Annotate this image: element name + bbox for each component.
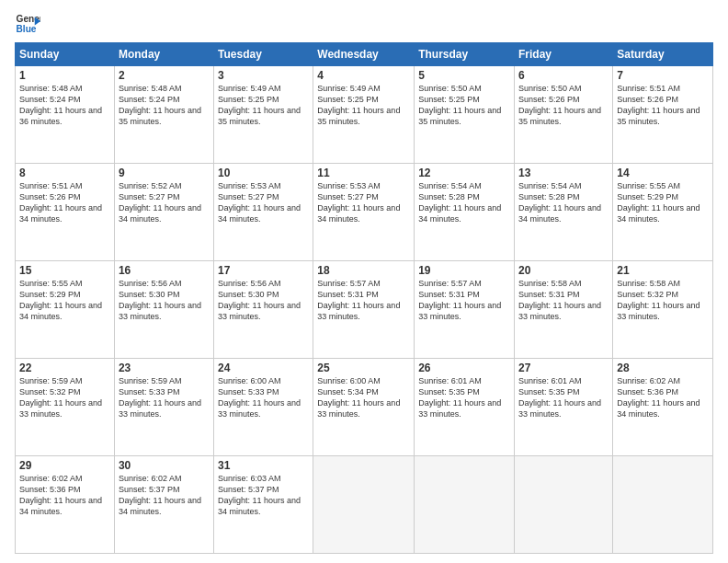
day-number: 21 xyxy=(617,264,709,277)
day-number: 16 xyxy=(119,264,210,277)
day-number: 12 xyxy=(418,167,510,179)
day-cell: 21 Sunrise: 5:58 AMSunset: 5:32 PMDaylig… xyxy=(613,261,713,359)
day-info: Sunrise: 5:59 AMSunset: 5:32 PMDaylight:… xyxy=(19,376,102,419)
day-cell: 24 Sunrise: 6:00 AMSunset: 5:33 PMDaylig… xyxy=(214,359,313,456)
day-number: 31 xyxy=(218,459,309,472)
day-cell: 11 Sunrise: 5:53 AMSunset: 5:27 PMDaylig… xyxy=(313,164,415,261)
day-number: 26 xyxy=(418,362,510,374)
svg-text:Blue: Blue xyxy=(17,24,37,34)
day-number: 10 xyxy=(218,167,309,179)
logo-icon: General Blue xyxy=(15,11,40,37)
day-cell: 3 Sunrise: 5:49 AMSunset: 5:25 PMDayligh… xyxy=(214,66,313,164)
day-cell: 22 Sunrise: 5:59 AMSunset: 5:32 PMDaylig… xyxy=(16,359,115,456)
day-number: 7 xyxy=(617,69,709,82)
day-info: Sunrise: 5:54 AMSunset: 5:28 PMDaylight:… xyxy=(518,181,601,224)
day-info: Sunrise: 6:01 AMSunset: 5:35 PMDaylight:… xyxy=(518,376,601,419)
day-info: Sunrise: 6:01 AMSunset: 5:35 PMDaylight:… xyxy=(418,376,501,419)
header: General Blue xyxy=(15,11,713,37)
day-info: Sunrise: 5:48 AMSunset: 5:24 PMDaylight:… xyxy=(19,84,102,126)
day-info: Sunrise: 5:54 AMSunset: 5:28 PMDaylight:… xyxy=(418,181,501,224)
day-info: Sunrise: 5:51 AMSunset: 5:26 PMDaylight:… xyxy=(19,181,102,224)
day-number: 19 xyxy=(418,264,510,277)
day-cell: 5 Sunrise: 5:50 AMSunset: 5:25 PMDayligh… xyxy=(415,66,515,164)
header-cell-wednesday: Wednesday xyxy=(313,43,415,66)
day-number: 14 xyxy=(617,167,709,179)
day-info: Sunrise: 5:55 AMSunset: 5:29 PMDaylight:… xyxy=(617,181,700,224)
day-cell: 6 Sunrise: 5:50 AMSunset: 5:26 PMDayligh… xyxy=(515,66,613,164)
day-number: 11 xyxy=(317,167,410,179)
calendar-page: General Blue SundayMondayTuesdayWednesda… xyxy=(0,0,728,563)
day-number: 5 xyxy=(418,69,510,82)
day-number: 9 xyxy=(119,167,210,179)
day-info: Sunrise: 5:57 AMSunset: 5:31 PMDaylight:… xyxy=(418,279,501,321)
day-cell: 8 Sunrise: 5:51 AMSunset: 5:26 PMDayligh… xyxy=(16,164,115,261)
day-number: 20 xyxy=(518,264,609,277)
day-cell xyxy=(313,456,415,554)
day-number: 25 xyxy=(317,362,410,374)
day-cell: 19 Sunrise: 5:57 AMSunset: 5:31 PMDaylig… xyxy=(415,261,515,359)
header-cell-friday: Friday xyxy=(515,43,613,66)
day-cell xyxy=(415,456,515,554)
day-number: 3 xyxy=(218,69,309,82)
day-cell: 23 Sunrise: 5:59 AMSunset: 5:33 PMDaylig… xyxy=(114,359,213,456)
day-info: Sunrise: 6:02 AMSunset: 5:36 PMDaylight:… xyxy=(19,474,102,516)
day-number: 18 xyxy=(317,264,410,277)
week-row-2: 8 Sunrise: 5:51 AMSunset: 5:26 PMDayligh… xyxy=(16,164,713,261)
day-cell: 10 Sunrise: 5:53 AMSunset: 5:27 PMDaylig… xyxy=(214,164,313,261)
day-info: Sunrise: 5:53 AMSunset: 5:27 PMDaylight:… xyxy=(317,181,400,224)
day-info: Sunrise: 5:59 AMSunset: 5:33 PMDaylight:… xyxy=(119,376,201,419)
day-info: Sunrise: 5:53 AMSunset: 5:27 PMDaylight:… xyxy=(218,181,301,224)
day-number: 22 xyxy=(19,362,110,374)
day-cell: 4 Sunrise: 5:49 AMSunset: 5:25 PMDayligh… xyxy=(313,66,415,164)
day-info: Sunrise: 5:57 AMSunset: 5:31 PMDaylight:… xyxy=(317,279,400,321)
day-cell xyxy=(515,456,613,554)
day-info: Sunrise: 5:56 AMSunset: 5:30 PMDaylight:… xyxy=(218,279,301,321)
day-cell: 7 Sunrise: 5:51 AMSunset: 5:26 PMDayligh… xyxy=(613,66,713,164)
day-info: Sunrise: 6:00 AMSunset: 5:34 PMDaylight:… xyxy=(317,376,400,419)
day-info: Sunrise: 5:58 AMSunset: 5:31 PMDaylight:… xyxy=(518,279,601,321)
header-cell-saturday: Saturday xyxy=(613,43,713,66)
day-number: 29 xyxy=(19,459,110,472)
day-number: 24 xyxy=(218,362,309,374)
day-number: 6 xyxy=(518,69,609,82)
day-info: Sunrise: 6:02 AMSunset: 5:37 PMDaylight:… xyxy=(119,474,201,516)
day-number: 28 xyxy=(617,362,709,374)
logo: General Blue xyxy=(15,11,40,37)
header-cell-sunday: Sunday xyxy=(16,43,115,66)
day-cell xyxy=(613,456,713,554)
day-number: 23 xyxy=(119,362,210,374)
week-row-3: 15 Sunrise: 5:55 AMSunset: 5:29 PMDaylig… xyxy=(16,261,713,359)
day-info: Sunrise: 5:51 AMSunset: 5:26 PMDaylight:… xyxy=(617,84,700,126)
day-cell: 15 Sunrise: 5:55 AMSunset: 5:29 PMDaylig… xyxy=(16,261,115,359)
header-row: SundayMondayTuesdayWednesdayThursdayFrid… xyxy=(16,43,713,66)
day-number: 4 xyxy=(317,69,410,82)
day-info: Sunrise: 6:03 AMSunset: 5:37 PMDaylight:… xyxy=(218,474,301,516)
week-row-5: 29 Sunrise: 6:02 AMSunset: 5:36 PMDaylig… xyxy=(16,456,713,554)
header-cell-tuesday: Tuesday xyxy=(214,43,313,66)
day-cell: 27 Sunrise: 6:01 AMSunset: 5:35 PMDaylig… xyxy=(515,359,613,456)
day-cell: 18 Sunrise: 5:57 AMSunset: 5:31 PMDaylig… xyxy=(313,261,415,359)
calendar-table: SundayMondayTuesdayWednesdayThursdayFrid… xyxy=(15,42,713,554)
header-cell-monday: Monday xyxy=(114,43,213,66)
day-info: Sunrise: 5:58 AMSunset: 5:32 PMDaylight:… xyxy=(617,279,700,321)
day-number: 13 xyxy=(518,167,609,179)
day-number: 15 xyxy=(19,264,110,277)
day-number: 2 xyxy=(119,69,210,82)
day-cell: 16 Sunrise: 5:56 AMSunset: 5:30 PMDaylig… xyxy=(114,261,213,359)
day-cell: 28 Sunrise: 6:02 AMSunset: 5:36 PMDaylig… xyxy=(613,359,713,456)
day-info: Sunrise: 5:49 AMSunset: 5:25 PMDaylight:… xyxy=(218,84,301,126)
day-info: Sunrise: 6:02 AMSunset: 5:36 PMDaylight:… xyxy=(617,376,700,419)
day-info: Sunrise: 5:48 AMSunset: 5:24 PMDaylight:… xyxy=(119,84,201,126)
day-cell: 9 Sunrise: 5:52 AMSunset: 5:27 PMDayligh… xyxy=(114,164,213,261)
day-cell: 12 Sunrise: 5:54 AMSunset: 5:28 PMDaylig… xyxy=(415,164,515,261)
day-cell: 25 Sunrise: 6:00 AMSunset: 5:34 PMDaylig… xyxy=(313,359,415,456)
day-info: Sunrise: 5:56 AMSunset: 5:30 PMDaylight:… xyxy=(119,279,201,321)
day-cell: 31 Sunrise: 6:03 AMSunset: 5:37 PMDaylig… xyxy=(214,456,313,554)
day-info: Sunrise: 5:50 AMSunset: 5:25 PMDaylight:… xyxy=(418,84,501,126)
day-cell: 17 Sunrise: 5:56 AMSunset: 5:30 PMDaylig… xyxy=(214,261,313,359)
day-number: 1 xyxy=(19,69,110,82)
day-cell: 1 Sunrise: 5:48 AMSunset: 5:24 PMDayligh… xyxy=(16,66,115,164)
day-info: Sunrise: 5:49 AMSunset: 5:25 PMDaylight:… xyxy=(317,84,400,126)
day-info: Sunrise: 6:00 AMSunset: 5:33 PMDaylight:… xyxy=(218,376,301,419)
day-info: Sunrise: 5:52 AMSunset: 5:27 PMDaylight:… xyxy=(119,181,201,224)
